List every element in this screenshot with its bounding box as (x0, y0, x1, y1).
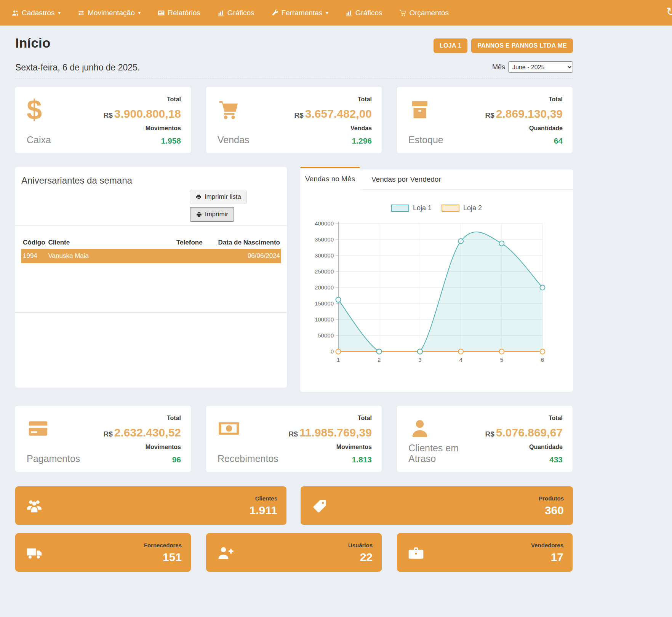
card-title: Recebimentos (218, 453, 275, 464)
tab-vendas-no-mes[interactable]: Vendas no Mês (300, 167, 360, 190)
svg-text:5: 5 (500, 356, 503, 363)
card-title: Clientes em Atraso (408, 443, 466, 465)
banner-value: 360 (539, 504, 564, 517)
page-title: Início (15, 35, 51, 51)
banner-label: Clientes (250, 495, 277, 502)
svg-text:200000: 200000 (315, 284, 334, 291)
card-title: Vendas (218, 134, 249, 145)
cell-codigo: 1994 (21, 249, 47, 263)
estoque-card: Estoque Total R$2.869.130,39 Quantidade … (397, 87, 573, 153)
nav-item-graficos-2[interactable]: Gráficos (345, 9, 382, 17)
vendas-card: Vendas Total R$3.657.482,00 Vendas 1.296 (206, 87, 382, 153)
total-label: Total (485, 96, 563, 103)
banner-value: 1.911 (250, 504, 277, 517)
legend-label: Loja 2 (463, 204, 482, 212)
count-label: Vendas (294, 125, 372, 132)
nav-item-ferramentas[interactable]: Ferramentas ▾ (271, 9, 328, 17)
refresh-icon[interactable]: ↻ (666, 6, 672, 18)
chevron-down-icon: ▾ (138, 10, 141, 16)
loja2-swatch (442, 205, 459, 212)
nav-item-cadastros[interactable]: Cadastros ▾ (11, 9, 61, 17)
card-title: Pagamentos (27, 453, 80, 464)
count-value: 433 (485, 455, 563, 464)
vendedores-banner[interactable]: Vendedores 17 (397, 533, 573, 572)
cart-icon (399, 9, 407, 17)
svg-text:350000: 350000 (315, 236, 334, 243)
credit-card-icon (27, 415, 80, 442)
store-button[interactable]: LOJA 1 (434, 38, 467, 53)
exchange-icon (77, 9, 85, 17)
chart-legend: Loja 1 Loja 2 (300, 204, 573, 212)
count-label: Movimentos (289, 444, 372, 451)
nav-item-label: Gráficos (355, 9, 382, 17)
svg-text:50000: 50000 (318, 332, 334, 339)
svg-text:0: 0 (331, 348, 334, 355)
card-title: Estoque (408, 134, 443, 145)
briefcase-icon (408, 545, 424, 561)
count-label: Movimentos (104, 125, 181, 132)
dollar-icon: $ (27, 96, 51, 123)
column-header-cliente: Cliente (47, 237, 175, 249)
total-value: R$3.657.482,00 (294, 107, 372, 120)
svg-text:1: 1 (337, 356, 340, 363)
users-group-icon (26, 498, 43, 515)
svg-text:2: 2 (378, 356, 381, 363)
print-list-button[interactable]: Imprimir lista (190, 190, 247, 204)
nav-item-movimentacao[interactable]: Movimentação ▾ (77, 9, 141, 17)
tab-vendas-por-vendedor[interactable]: Vendas por Vendedor (371, 175, 441, 184)
caixa-card: $ Caixa Total R$3.900.800,18 Movimentos … (15, 87, 191, 153)
nav-item-graficos-1[interactable]: Gráficos (217, 9, 254, 17)
total-label: Total (289, 415, 372, 422)
count-value: 1.813 (289, 455, 372, 464)
nav-item-label: Cadastros (22, 9, 55, 17)
company-button[interactable]: PANNOS E PANNOS LTDA ME (471, 38, 573, 53)
page-header: Início LOJA 1 PANNOS E PANNOS LTDA ME (15, 35, 573, 53)
total-label: Total (294, 96, 372, 103)
month-label: Mês (492, 63, 505, 71)
svg-text:300000: 300000 (315, 252, 334, 259)
bar-chart-icon (217, 9, 225, 17)
clientes-atraso-card: Clientes em Atraso Total R$5.076.869,67 … (397, 406, 573, 472)
count-label: Quantidade (485, 444, 563, 451)
usuarios-banner[interactable]: Usuários 22 (206, 533, 382, 572)
legend-item-loja1[interactable]: Loja 1 (391, 204, 432, 212)
banknote-icon: 1 (218, 415, 275, 442)
total-value: R$5.076.869,67 (485, 426, 563, 439)
users-icon (11, 9, 19, 17)
svg-text:3: 3 (418, 356, 421, 363)
sales-line-chart: 0500001000001500002000002500003000003500… (300, 214, 558, 374)
top-navbar: Cadastros ▾ Movimentação ▾ Relatórios Gr… (0, 0, 672, 26)
clientes-banner[interactable]: Clientes 1.911 (15, 486, 286, 525)
chevron-down-icon: ▾ (326, 10, 328, 16)
month-select[interactable]: June - 2025 (508, 61, 573, 73)
total-value: R$2.869.130,39 (485, 107, 563, 120)
legend-item-loja2[interactable]: Loja 2 (442, 204, 482, 212)
count-label: Quantidade (485, 125, 563, 132)
svg-text:4: 4 (459, 356, 462, 363)
total-value: R$2.632.430,52 (104, 426, 181, 439)
count-value: 1.296 (294, 136, 372, 145)
banner-label: Produtos (539, 495, 564, 502)
fornecedores-banner[interactable]: Fornecedores 151 (15, 533, 191, 572)
banner-label: Usuários (348, 542, 373, 548)
total-label: Total (104, 415, 181, 422)
produtos-banner[interactable]: Produtos 360 (301, 486, 573, 525)
total-value: R$11.985.769,39 (289, 426, 372, 439)
nav-item-relatorios[interactable]: Relatórios (157, 9, 200, 17)
nav-item-label: Movimentação (88, 9, 135, 17)
truck-icon (26, 545, 43, 561)
bar-chart-icon (345, 9, 353, 17)
count-value: 96 (104, 455, 181, 464)
total-value: R$3.900.800,18 (104, 107, 181, 120)
svg-text:150000: 150000 (315, 300, 334, 307)
svg-text:400000: 400000 (315, 220, 334, 227)
nav-item-orcamentos[interactable]: Orçamentos (399, 9, 449, 17)
current-date: Sexta-feira, 6 de junho de 2025. (15, 62, 140, 73)
archive-box-icon (408, 96, 443, 123)
table-row[interactable]: 1994 Vanuska Maia 06/06/2024 (21, 249, 281, 263)
column-header-nascimento: Data de Nascimento (213, 237, 281, 249)
print-button[interactable]: Imprimir (190, 207, 234, 222)
cell-nascimento: 06/06/2024 (213, 249, 281, 263)
birthdays-title: Aniversariantes da semana (15, 175, 287, 186)
banner-value: 17 (531, 551, 563, 564)
